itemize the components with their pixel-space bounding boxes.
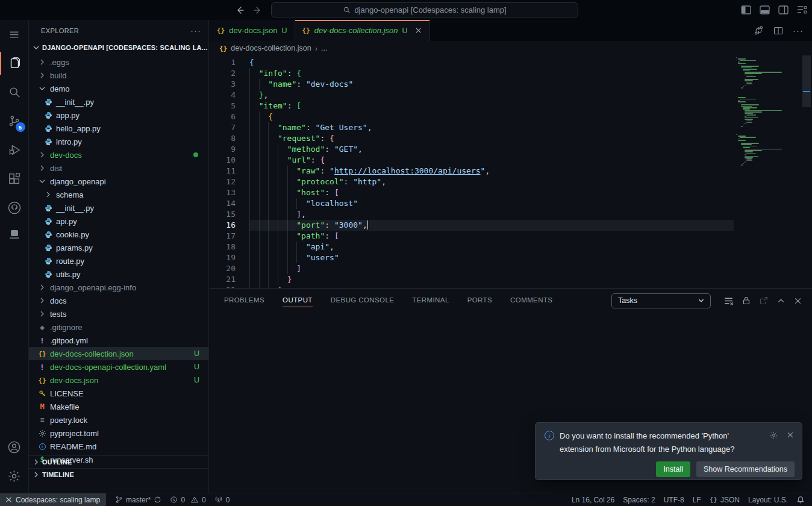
tree-item[interactable]: ◆.gitignore [29, 320, 208, 334]
code-line[interactable]: 18 "api", [210, 242, 734, 252]
code-line[interactable]: 7 "name": "Get Users", [210, 122, 734, 133]
tree-item[interactable]: django_openapi [29, 175, 208, 188]
tree-item[interactable]: dist [29, 161, 208, 175]
toggle-panel-icon[interactable] [759, 5, 770, 16]
language-mode[interactable]: {} JSON [705, 493, 744, 506]
tree-item[interactable]: hello_app.py [29, 122, 208, 135]
outline-section-header[interactable]: OUTLINE [29, 455, 208, 468]
maximize-panel-icon[interactable] [776, 296, 785, 305]
tree-item[interactable]: schema [29, 188, 208, 201]
code-line[interactable]: 19 "users" [210, 252, 734, 263]
tree-item[interactable]: api.py [29, 214, 208, 228]
tree-item[interactable]: django_openapi.egg-info [29, 281, 208, 294]
notification-close-icon[interactable] [786, 431, 795, 439]
notifications-bell-icon[interactable] [792, 493, 812, 506]
panel-tab-terminal[interactable]: TERMINAL [412, 294, 449, 307]
code-line[interactable]: 3 "name": "dev-docs" [210, 79, 734, 90]
tree-item[interactable]: route.py [29, 254, 208, 267]
tree-item[interactable]: ≡poetry.lock [29, 413, 208, 426]
indentation[interactable]: Spaces: 2 [619, 493, 659, 506]
sidebar-item-run-debug[interactable] [0, 136, 29, 164]
tree-item[interactable]: __init__.py [29, 201, 208, 214]
panel-tab-ports[interactable]: PORTS [467, 294, 492, 307]
panel-tab-comments[interactable]: COMMENTS [510, 294, 552, 307]
tree-item[interactable]: utils.py [29, 267, 208, 281]
tree-item[interactable]: !dev-docs-openapi-collection.yamlU [29, 360, 208, 373]
tree-item[interactable]: MMakefile [29, 400, 208, 413]
timeline-section-header[interactable]: TIMELINE [29, 468, 208, 481]
code-line[interactable]: 6 { [210, 111, 734, 122]
code-editor[interactable]: 1{2 "info": {3 "name": "dev-docs"4 },5 "… [210, 55, 812, 288]
tree-item[interactable]: __init__.py [29, 95, 208, 108]
breadcrumb[interactable]: {} dev-docs-collection.json › ... [210, 41, 812, 55]
tree-item[interactable]: {}dev-docs.jsonU [29, 373, 208, 387]
close-icon[interactable] [414, 27, 422, 34]
code-line[interactable]: 20 ] [210, 263, 734, 274]
split-editor-icon[interactable] [773, 26, 783, 36]
code-line[interactable]: 2 "info": { [210, 68, 734, 79]
tree-item[interactable]: iREADME.md [29, 440, 208, 453]
menu-icon[interactable] [0, 20, 29, 49]
tree-item[interactable]: LICENSE [29, 387, 208, 400]
tree-item[interactable]: {}dev-docs-collection.jsonU [29, 347, 208, 360]
toggle-secondary-sidebar-icon[interactable] [778, 5, 789, 16]
sidebar-item-extension-devdocs[interactable] [0, 222, 29, 246]
code-line[interactable]: 13 "host": [ [210, 187, 734, 198]
minimap[interactable] [734, 55, 801, 288]
panel-tab-debug-console[interactable]: DEBUG CONSOLE [331, 294, 395, 307]
output-channel-select[interactable]: Tasks [611, 293, 711, 308]
code-line[interactable]: 16 "port": "3000", [210, 220, 734, 231]
panel-tab-problems[interactable]: PROBLEMS [224, 294, 264, 307]
sidebar-item-github[interactable] [0, 193, 29, 222]
tree-item[interactable]: tests [29, 307, 208, 320]
more-actions-icon[interactable]: ··· [793, 25, 804, 36]
editor-tab[interactable]: {}dev-docs.jsonU [210, 20, 295, 41]
tree-item[interactable]: params.py [29, 241, 208, 254]
code-line[interactable]: 21 } [210, 274, 734, 285]
code-line[interactable]: 17 "path": [ [210, 231, 734, 242]
clear-output-icon[interactable] [723, 296, 734, 306]
eol-sequence[interactable]: LF [689, 493, 705, 506]
code-line[interactable]: 9 "method": "GET", [210, 144, 734, 155]
tree-item[interactable]: build [29, 69, 208, 82]
scrollbar-thumb[interactable] [802, 55, 811, 107]
editor-tab[interactable]: {}dev-docs-collection.jsonU [295, 20, 430, 41]
tree-item[interactable]: !.gitpod.yml [29, 334, 208, 347]
code-line[interactable]: 15 ], [210, 209, 734, 220]
tree-item[interactable]: intro.py [29, 135, 208, 148]
back-arrow-icon[interactable] [235, 5, 245, 15]
code-line[interactable]: 4 }, [210, 90, 734, 101]
remote-indicator[interactable]: Codespaces: scaling lamp [0, 493, 106, 506]
lock-output-icon[interactable] [742, 296, 751, 305]
sidebar-item-extensions[interactable] [0, 164, 29, 193]
close-panel-icon[interactable] [793, 296, 802, 305]
account-icon[interactable] [0, 433, 29, 461]
explorer-more-actions-icon[interactable]: ··· [190, 25, 201, 36]
sidebar-item-source-control[interactable]: 5 [0, 107, 29, 136]
code-line[interactable]: 10 "url": { [210, 155, 734, 166]
ports-indicator[interactable]: 0 [210, 493, 234, 506]
keyboard-layout[interactable]: Layout: U.S. [744, 493, 792, 506]
tree-item[interactable]: docs [29, 294, 208, 307]
sidebar-item-search[interactable] [0, 78, 29, 107]
open-changes-icon[interactable] [754, 25, 764, 36]
editor-scrollbar[interactable] [801, 55, 812, 288]
tree-item[interactable]: demo [29, 82, 208, 95]
workspace-section-header[interactable]: DJANGO-OPENAPI [CODESPACES: SCALING LA..… [29, 41, 208, 54]
command-center-search[interactable]: django-openapi [Codespaces: scaling lamp… [271, 2, 578, 17]
tree-item[interactable]: cookie.py [29, 228, 208, 241]
show-recommendations-button[interactable]: Show Recommendations [696, 461, 795, 477]
tree-item[interactable]: .eggs [29, 55, 208, 69]
code-line[interactable]: 1{ [210, 57, 734, 68]
code-line[interactable]: 8 "request": { [210, 133, 734, 144]
branch-indicator[interactable]: master* [111, 493, 166, 506]
code-line[interactable]: 5 "item": [ [210, 101, 734, 111]
install-button[interactable]: Install [656, 461, 690, 477]
notification-settings-gear-icon[interactable] [769, 431, 778, 440]
customize-layout-icon[interactable] [796, 5, 807, 16]
code-line[interactable]: 12 "protocol": "http", [210, 176, 734, 187]
settings-gear-icon[interactable] [0, 461, 29, 490]
tree-item[interactable]: dev-docs [29, 148, 208, 161]
forward-arrow-icon[interactable] [253, 5, 263, 15]
tree-item[interactable]: pyproject.toml [29, 426, 208, 440]
